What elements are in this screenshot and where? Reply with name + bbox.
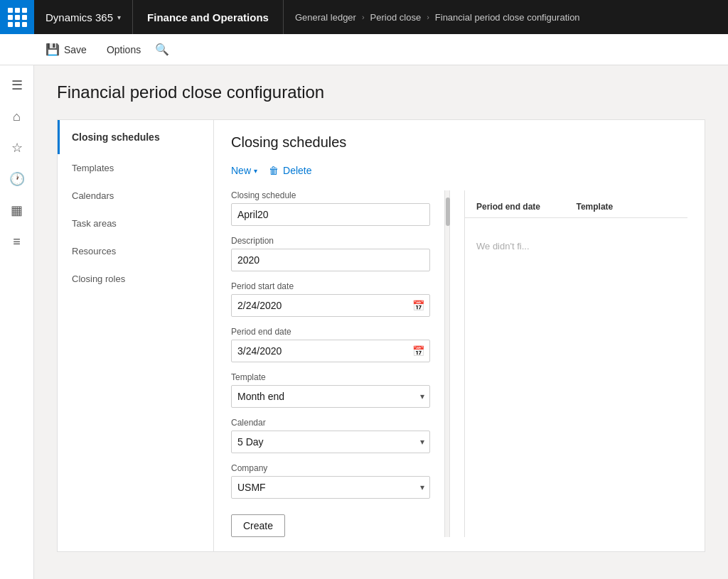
template-select[interactable]: Month end Quarter end Year end (231, 385, 430, 408)
top-navigation: Dynamics 365 ▾ Finance and Operations Ge… (0, 0, 728, 34)
page-title: Financial period close configuration (57, 82, 705, 102)
save-button[interactable]: 💾 Save (37, 38, 95, 60)
template-select-wrap: Month end Quarter end Year end ▾ (231, 385, 430, 408)
closing-schedule-input[interactable] (231, 203, 430, 226)
table-col-template: Template (577, 202, 677, 212)
save-icon: 💾 (46, 43, 60, 56)
period-end-date-field: Period end date 📅 (231, 327, 430, 362)
delete-icon: 🗑 (269, 165, 279, 176)
breadcrumb-sep-2: › (427, 13, 429, 21)
description-field: Description (231, 236, 430, 271)
company-label: Company (231, 463, 430, 473)
new-chevron-icon: ▾ (254, 167, 257, 175)
calendar-field: Calendar 5 Day 7 Day ▾ (231, 418, 430, 453)
delete-button[interactable]: 🗑 Delete (269, 162, 311, 179)
calendar-label: Calendar (231, 418, 430, 428)
main-content: Financial period close configuration Clo… (34, 65, 728, 579)
company-select-wrap: USMF DAT DEMF ▾ (231, 476, 430, 499)
nav-favorites[interactable]: ☆ (3, 134, 31, 162)
table-empty-message: We didn't fi... (465, 218, 687, 274)
create-label: Create (243, 520, 273, 531)
closing-schedule-label: Closing schedule (231, 190, 430, 200)
company-field: Company USMF DAT DEMF ▾ (231, 463, 430, 499)
form-actions: New ▾ 🗑 Delete (231, 162, 687, 179)
main-layout: ☰ ⌂ ☆ 🕐 ▦ ≡ Financial period close confi… (0, 65, 728, 579)
period-end-date-input[interactable] (231, 340, 430, 362)
sidebar-item-resources[interactable]: Resources (58, 237, 213, 265)
table-col-period-end-date: Period end date (476, 202, 577, 212)
breadcrumb-sep-1: › (362, 13, 365, 21)
template-label: Template (231, 372, 430, 382)
options-label: Options (107, 44, 141, 55)
create-button[interactable]: Create (231, 514, 285, 537)
period-start-date-label: Period start date (231, 281, 430, 291)
form-title: Closing schedules (231, 134, 687, 151)
breadcrumb-item-3[interactable]: Financial period close configuration (435, 12, 580, 23)
description-input[interactable] (231, 249, 430, 271)
form-grid: Closing schedule Description Period star… (231, 190, 687, 537)
nav-hamburger[interactable]: ☰ (3, 71, 31, 99)
brand-chevron: ▾ (117, 13, 121, 21)
search-icon: 🔍 (155, 43, 169, 56)
content-area: Closing schedules Templates Calendars Ta… (57, 119, 705, 552)
description-label: Description (231, 236, 430, 246)
sidebar-item-task-areas[interactable]: Task areas (58, 210, 213, 237)
period-end-date-label: Period end date (231, 327, 430, 337)
sidebar-item-closing-roles[interactable]: Closing roles (58, 265, 213, 293)
company-select[interactable]: USMF DAT DEMF (231, 476, 430, 499)
nav-list[interactable]: ≡ (3, 227, 31, 256)
calendar-select-wrap: 5 Day 7 Day ▾ (231, 431, 430, 453)
sidebar-item-templates-label: Templates (72, 163, 114, 173)
table-area: Period end date Template We didn't fi... (464, 190, 687, 537)
breadcrumb-item-2[interactable]: Period close (370, 12, 422, 23)
table-header: Period end date Template (465, 202, 687, 218)
calendar-select[interactable]: 5 Day 7 Day (231, 431, 430, 453)
template-field: Template Month end Quarter end Year end … (231, 372, 430, 408)
breadcrumb: General ledger › Period close › Financia… (284, 12, 592, 23)
breadcrumb-item-1[interactable]: General ledger (295, 12, 356, 23)
form-fields: Closing schedule Description Period star… (231, 190, 430, 537)
new-label: New (231, 165, 251, 176)
period-start-date-input[interactable] (231, 294, 430, 317)
closing-schedule-field: Closing schedule (231, 190, 430, 226)
brand-label: Dynamics 365 (46, 11, 113, 23)
brand-switcher[interactable]: Dynamics 365 ▾ (34, 0, 133, 34)
sidebar-item-task-areas-label: Task areas (72, 218, 117, 229)
sidebar-item-closing-schedules[interactable]: Closing schedules (58, 120, 213, 154)
sidebar-item-calendars[interactable]: Calendars (58, 182, 213, 210)
vertical-divider (444, 190, 450, 537)
sidebar-item-closing-schedules-label: Closing schedules (72, 131, 160, 143)
new-button[interactable]: New ▾ (231, 162, 257, 179)
nav-workspaces[interactable]: ▦ (3, 196, 31, 224)
nav-home[interactable]: ⌂ (3, 102, 31, 131)
sidebar-item-calendars-label: Calendars (72, 190, 114, 201)
left-navigation: ☰ ⌂ ☆ 🕐 ▦ ≡ (0, 65, 34, 579)
save-label: Save (64, 44, 87, 55)
scrollbar-thumb[interactable] (446, 197, 450, 226)
period-start-date-wrap: 📅 (231, 294, 430, 317)
toolbar: 💾 Save Options 🔍 (0, 34, 728, 65)
options-button[interactable]: Options (98, 40, 149, 60)
period-start-date-field: Period start date 📅 (231, 281, 430, 317)
left-sidebar: Closing schedules Templates Calendars Ta… (58, 120, 214, 551)
search-button[interactable]: 🔍 (152, 40, 172, 60)
period-start-date-calendar-icon[interactable]: 📅 (412, 300, 424, 311)
sidebar-item-closing-roles-label: Closing roles (72, 274, 125, 284)
period-end-date-calendar-icon[interactable]: 📅 (412, 345, 424, 357)
app-title: Finance and Operations (133, 0, 284, 34)
sidebar-item-templates[interactable]: Templates (58, 154, 213, 182)
form-panel: Closing schedules New ▾ 🗑 Delete (214, 120, 705, 551)
nav-recent[interactable]: 🕐 (3, 165, 31, 193)
sidebar-item-resources-label: Resources (72, 246, 116, 256)
apps-icon[interactable] (0, 0, 34, 34)
delete-label: Delete (283, 165, 311, 176)
period-end-date-wrap: 📅 (231, 340, 430, 362)
